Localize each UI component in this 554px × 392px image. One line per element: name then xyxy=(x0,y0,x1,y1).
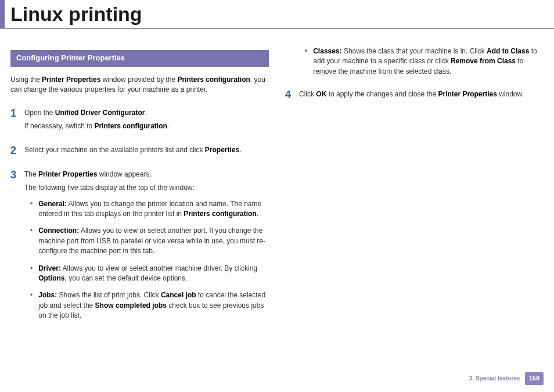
bold-text: Classes: xyxy=(313,47,341,55)
text: Using the xyxy=(10,75,42,84)
bold-text: Show completed jobs xyxy=(95,301,167,310)
bold-text: General: xyxy=(38,200,67,208)
column-right: • Classes: Shows the class that your mac… xyxy=(285,44,544,369)
bold-text: Options xyxy=(38,274,64,282)
text: . xyxy=(257,210,258,218)
bold-text: Connection: xyxy=(38,226,79,235)
bold-text: Printers configuration xyxy=(95,122,167,130)
item-text: Connection: Allows you to view or select… xyxy=(38,226,269,256)
bullet-icon: • xyxy=(30,264,33,284)
content-columns: Configuring Printer Properties Using the… xyxy=(10,44,544,369)
list-item: • General: Allows you to change the prin… xyxy=(24,199,269,220)
item-text: Driver: Allows you to view or select ano… xyxy=(38,264,269,284)
step-number: 3 xyxy=(10,170,24,180)
step-body: Click OK to apply the changes and close … xyxy=(299,89,544,103)
bold-text: OK xyxy=(316,90,326,98)
chapter-label: 3. Special features xyxy=(469,375,520,383)
list-item: • Driver: Allows you to view or select a… xyxy=(24,264,269,284)
text: window provided by the xyxy=(100,75,177,84)
text: Select your machine on the available pri… xyxy=(24,145,269,155)
step-number: 2 xyxy=(10,145,24,156)
bold-text: Driver: xyxy=(38,264,61,272)
text: Allows you to view or select another mac… xyxy=(61,264,257,272)
bold-text: Printer Properties xyxy=(438,90,497,98)
text: Click OK to apply the changes and close … xyxy=(299,89,544,99)
step-body: The Printer Properties window appears. T… xyxy=(24,170,269,328)
text: Shows the class that your machine is in.… xyxy=(342,47,487,55)
text: window appears. xyxy=(97,170,151,178)
text: Shows the list of print jobs. Click xyxy=(57,291,161,299)
bullet-icon: • xyxy=(30,290,33,321)
bold-text: Properties xyxy=(205,146,239,154)
bold-text: Printers configuration xyxy=(184,210,256,218)
list-item: • Classes: Shows the class that your mac… xyxy=(285,46,544,77)
section-header: Configuring Printer Properties xyxy=(10,50,269,67)
step-1: 1 Open the Unified Driver Configurator. … xyxy=(10,108,269,135)
step-number: 4 xyxy=(285,89,299,100)
text: to apply the changes and close the xyxy=(326,90,438,98)
text: . xyxy=(145,109,146,117)
text: The Printer Properties window appears. xyxy=(24,170,269,179)
column-left: Configuring Printer Properties Using the… xyxy=(10,44,269,369)
tabs-list: • General: Allows you to change the prin… xyxy=(24,199,269,321)
item-text: Classes: Shows the class that your machi… xyxy=(313,46,544,77)
bold-text: Cancel job xyxy=(161,291,196,299)
item-text: Jobs: Shows the list of print jobs. Clic… xyxy=(38,290,269,321)
bullet-icon: • xyxy=(30,199,33,220)
text: Open the xyxy=(24,109,55,117)
bold-text: Printers configuration xyxy=(177,75,250,84)
page-footer: 3. Special features 158 xyxy=(469,372,544,385)
item-text: General: Allows you to change the printe… xyxy=(38,199,269,220)
text: . xyxy=(167,122,169,130)
text: Open the Unified Driver Configurator. xyxy=(24,108,269,118)
step-3: 3 The Printer Properties window appears.… xyxy=(10,170,269,328)
text: , you can set the default device options… xyxy=(65,274,188,282)
bold-text: Add to Class xyxy=(487,47,529,55)
intro-paragraph: Using the Printer Properties window prov… xyxy=(10,75,269,95)
bold-text: Printer Properties xyxy=(38,170,97,178)
text: The xyxy=(24,170,38,178)
step-body: Select your machine on the available pri… xyxy=(24,145,269,159)
page-number: 158 xyxy=(525,372,544,385)
list-item: • Connection: Allows you to view or sele… xyxy=(24,226,269,256)
title-rule xyxy=(0,28,554,29)
text: Select your machine on the available pri… xyxy=(24,146,205,154)
text: . xyxy=(239,146,241,154)
step-2: 2 Select your machine on the available p… xyxy=(10,145,269,159)
text: If necessary, switch to Printers configu… xyxy=(24,121,269,131)
step-number: 1 xyxy=(10,108,24,118)
text: The following five tabs display at the t… xyxy=(24,183,269,193)
text: window. xyxy=(497,90,524,98)
bullet-icon: • xyxy=(305,46,307,77)
bold-text: Remove from Class xyxy=(451,57,516,65)
bold-text: Unified Driver Configurator xyxy=(55,109,145,117)
step-body: Open the Unified Driver Configurator. If… xyxy=(24,108,269,135)
step-4: 4 Click OK to apply the changes and clos… xyxy=(285,89,544,103)
bold-text: Jobs: xyxy=(38,291,57,299)
spine-accent xyxy=(0,0,5,29)
text: Click xyxy=(299,90,316,98)
bullet-icon: • xyxy=(30,226,33,256)
text: If necessary, switch to xyxy=(24,122,95,130)
tabs-list-continued: • Classes: Shows the class that your mac… xyxy=(285,46,544,84)
page-title: Linux printing xyxy=(10,0,142,28)
list-item: • Jobs: Shows the list of print jobs. Cl… xyxy=(24,290,269,321)
bold-text: Printer Properties xyxy=(42,75,100,84)
